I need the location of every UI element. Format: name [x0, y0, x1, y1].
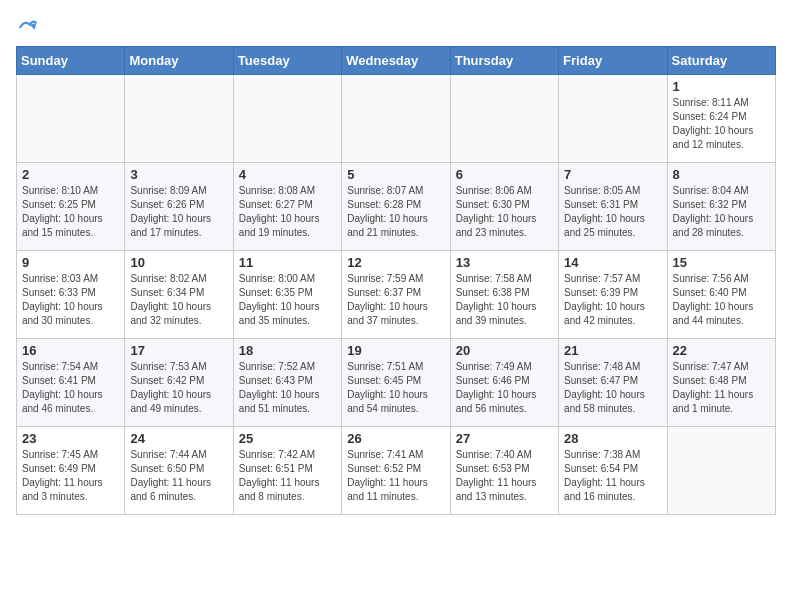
logo — [16, 20, 38, 38]
day-info: Sunrise: 8:02 AM Sunset: 6:34 PM Dayligh… — [130, 272, 227, 328]
day-info: Sunrise: 7:53 AM Sunset: 6:42 PM Dayligh… — [130, 360, 227, 416]
day-number: 10 — [130, 255, 227, 270]
day-info: Sunrise: 7:47 AM Sunset: 6:48 PM Dayligh… — [673, 360, 770, 416]
calendar-cell: 5Sunrise: 8:07 AM Sunset: 6:28 PM Daylig… — [342, 163, 450, 251]
day-info: Sunrise: 7:41 AM Sunset: 6:52 PM Dayligh… — [347, 448, 444, 504]
calendar-cell: 6Sunrise: 8:06 AM Sunset: 6:30 PM Daylig… — [450, 163, 558, 251]
calendar-cell — [125, 75, 233, 163]
day-number: 28 — [564, 431, 661, 446]
weekday-header-wednesday: Wednesday — [342, 47, 450, 75]
calendar-cell: 2Sunrise: 8:10 AM Sunset: 6:25 PM Daylig… — [17, 163, 125, 251]
calendar-cell: 7Sunrise: 8:05 AM Sunset: 6:31 PM Daylig… — [559, 163, 667, 251]
day-number: 5 — [347, 167, 444, 182]
calendar-week-row: 1Sunrise: 8:11 AM Sunset: 6:24 PM Daylig… — [17, 75, 776, 163]
day-info: Sunrise: 7:54 AM Sunset: 6:41 PM Dayligh… — [22, 360, 119, 416]
calendar-cell: 26Sunrise: 7:41 AM Sunset: 6:52 PM Dayli… — [342, 427, 450, 515]
day-info: Sunrise: 7:52 AM Sunset: 6:43 PM Dayligh… — [239, 360, 336, 416]
day-number: 13 — [456, 255, 553, 270]
day-number: 8 — [673, 167, 770, 182]
weekday-header-tuesday: Tuesday — [233, 47, 341, 75]
day-info: Sunrise: 8:09 AM Sunset: 6:26 PM Dayligh… — [130, 184, 227, 240]
calendar-week-row: 16Sunrise: 7:54 AM Sunset: 6:41 PM Dayli… — [17, 339, 776, 427]
calendar-cell: 3Sunrise: 8:09 AM Sunset: 6:26 PM Daylig… — [125, 163, 233, 251]
day-number: 11 — [239, 255, 336, 270]
calendar-cell — [667, 427, 775, 515]
logo-icon — [18, 18, 38, 38]
day-number: 23 — [22, 431, 119, 446]
day-number: 19 — [347, 343, 444, 358]
calendar-cell: 8Sunrise: 8:04 AM Sunset: 6:32 PM Daylig… — [667, 163, 775, 251]
day-number: 7 — [564, 167, 661, 182]
day-info: Sunrise: 7:48 AM Sunset: 6:47 PM Dayligh… — [564, 360, 661, 416]
calendar-cell: 27Sunrise: 7:40 AM Sunset: 6:53 PM Dayli… — [450, 427, 558, 515]
calendar-cell: 10Sunrise: 8:02 AM Sunset: 6:34 PM Dayli… — [125, 251, 233, 339]
day-number: 27 — [456, 431, 553, 446]
day-number: 21 — [564, 343, 661, 358]
day-info: Sunrise: 8:08 AM Sunset: 6:27 PM Dayligh… — [239, 184, 336, 240]
calendar-cell: 22Sunrise: 7:47 AM Sunset: 6:48 PM Dayli… — [667, 339, 775, 427]
day-info: Sunrise: 7:59 AM Sunset: 6:37 PM Dayligh… — [347, 272, 444, 328]
day-number: 22 — [673, 343, 770, 358]
calendar-cell: 12Sunrise: 7:59 AM Sunset: 6:37 PM Dayli… — [342, 251, 450, 339]
calendar-cell: 16Sunrise: 7:54 AM Sunset: 6:41 PM Dayli… — [17, 339, 125, 427]
day-number: 15 — [673, 255, 770, 270]
day-info: Sunrise: 7:42 AM Sunset: 6:51 PM Dayligh… — [239, 448, 336, 504]
day-info: Sunrise: 8:11 AM Sunset: 6:24 PM Dayligh… — [673, 96, 770, 152]
day-info: Sunrise: 7:57 AM Sunset: 6:39 PM Dayligh… — [564, 272, 661, 328]
day-info: Sunrise: 7:51 AM Sunset: 6:45 PM Dayligh… — [347, 360, 444, 416]
calendar-cell — [342, 75, 450, 163]
calendar-cell: 24Sunrise: 7:44 AM Sunset: 6:50 PM Dayli… — [125, 427, 233, 515]
day-info: Sunrise: 7:40 AM Sunset: 6:53 PM Dayligh… — [456, 448, 553, 504]
calendar-week-row: 2Sunrise: 8:10 AM Sunset: 6:25 PM Daylig… — [17, 163, 776, 251]
calendar-cell — [450, 75, 558, 163]
day-number: 26 — [347, 431, 444, 446]
day-number: 2 — [22, 167, 119, 182]
day-info: Sunrise: 7:38 AM Sunset: 6:54 PM Dayligh… — [564, 448, 661, 504]
calendar-cell — [17, 75, 125, 163]
weekday-header-friday: Friday — [559, 47, 667, 75]
weekday-header-sunday: Sunday — [17, 47, 125, 75]
calendar-table: SundayMondayTuesdayWednesdayThursdayFrid… — [16, 46, 776, 515]
day-info: Sunrise: 7:44 AM Sunset: 6:50 PM Dayligh… — [130, 448, 227, 504]
calendar-cell: 1Sunrise: 8:11 AM Sunset: 6:24 PM Daylig… — [667, 75, 775, 163]
day-number: 18 — [239, 343, 336, 358]
calendar-cell — [233, 75, 341, 163]
weekday-header-saturday: Saturday — [667, 47, 775, 75]
weekday-header-row: SundayMondayTuesdayWednesdayThursdayFrid… — [17, 47, 776, 75]
day-number: 1 — [673, 79, 770, 94]
day-info: Sunrise: 8:10 AM Sunset: 6:25 PM Dayligh… — [22, 184, 119, 240]
day-number: 16 — [22, 343, 119, 358]
calendar-cell: 14Sunrise: 7:57 AM Sunset: 6:39 PM Dayli… — [559, 251, 667, 339]
day-number: 3 — [130, 167, 227, 182]
day-info: Sunrise: 8:03 AM Sunset: 6:33 PM Dayligh… — [22, 272, 119, 328]
day-number: 24 — [130, 431, 227, 446]
day-number: 12 — [347, 255, 444, 270]
calendar-cell: 15Sunrise: 7:56 AM Sunset: 6:40 PM Dayli… — [667, 251, 775, 339]
day-number: 4 — [239, 167, 336, 182]
calendar-cell: 25Sunrise: 7:42 AM Sunset: 6:51 PM Dayli… — [233, 427, 341, 515]
day-number: 6 — [456, 167, 553, 182]
calendar-cell: 18Sunrise: 7:52 AM Sunset: 6:43 PM Dayli… — [233, 339, 341, 427]
day-info: Sunrise: 8:06 AM Sunset: 6:30 PM Dayligh… — [456, 184, 553, 240]
day-info: Sunrise: 7:56 AM Sunset: 6:40 PM Dayligh… — [673, 272, 770, 328]
page-header — [16, 16, 776, 38]
day-number: 14 — [564, 255, 661, 270]
day-info: Sunrise: 7:49 AM Sunset: 6:46 PM Dayligh… — [456, 360, 553, 416]
day-info: Sunrise: 8:07 AM Sunset: 6:28 PM Dayligh… — [347, 184, 444, 240]
calendar-cell — [559, 75, 667, 163]
calendar-cell: 28Sunrise: 7:38 AM Sunset: 6:54 PM Dayli… — [559, 427, 667, 515]
day-number: 25 — [239, 431, 336, 446]
day-number: 9 — [22, 255, 119, 270]
calendar-cell: 13Sunrise: 7:58 AM Sunset: 6:38 PM Dayli… — [450, 251, 558, 339]
calendar-week-row: 9Sunrise: 8:03 AM Sunset: 6:33 PM Daylig… — [17, 251, 776, 339]
day-number: 20 — [456, 343, 553, 358]
weekday-header-thursday: Thursday — [450, 47, 558, 75]
calendar-cell: 21Sunrise: 7:48 AM Sunset: 6:47 PM Dayli… — [559, 339, 667, 427]
day-info: Sunrise: 7:45 AM Sunset: 6:49 PM Dayligh… — [22, 448, 119, 504]
calendar-cell: 20Sunrise: 7:49 AM Sunset: 6:46 PM Dayli… — [450, 339, 558, 427]
calendar-cell: 19Sunrise: 7:51 AM Sunset: 6:45 PM Dayli… — [342, 339, 450, 427]
calendar-cell: 11Sunrise: 8:00 AM Sunset: 6:35 PM Dayli… — [233, 251, 341, 339]
calendar-week-row: 23Sunrise: 7:45 AM Sunset: 6:49 PM Dayli… — [17, 427, 776, 515]
day-info: Sunrise: 8:00 AM Sunset: 6:35 PM Dayligh… — [239, 272, 336, 328]
calendar-body: 1Sunrise: 8:11 AM Sunset: 6:24 PM Daylig… — [17, 75, 776, 515]
